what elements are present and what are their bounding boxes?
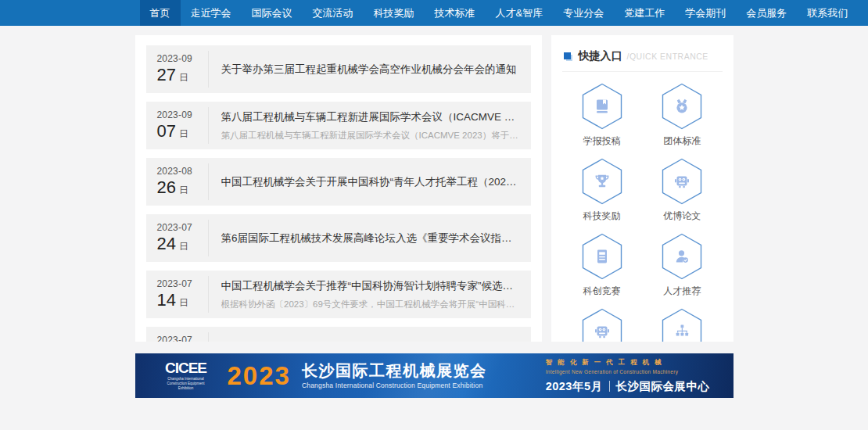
date-badge: 2023-07 24日 [157,220,209,256]
news-title[interactable]: 关于举办第三届工程起重机械学会高空作业机械分会年会的通知 [221,63,520,77]
news-excerpt: 第八届工程机械与车辆工程新进展国际学术会议（ICACMVE 2023）将于202… [221,130,520,142]
hexagon-frame [661,83,703,130]
nav-item-talent-thinktank[interactable]: 人才&智库 [486,0,554,26]
date-badge: 2023-09 27日 [157,51,209,88]
date-day: 24 [157,234,176,254]
robot-icon [673,172,691,191]
banner-title-cn: 长沙国际工程机械展览会 [302,362,487,379]
date-day-suffix: 日 [179,127,188,141]
quick-link-excellent-thesis[interactable]: 优博论文 [642,153,723,228]
top-navbar: 首页 走近学会 国际会议 交流活动 科技奖励 技术标准 人才&智库 专业分会 党… [0,0,868,26]
news-title[interactable]: 中国工程机械学会关于推荐“中国科协海智计划特聘专家”候选人的通知 [221,279,520,293]
divider [609,381,610,392]
main-content: 2023-09 27日 关于举办第三届工程起重机械学会高空作业机械分会年会的通知… [135,35,733,342]
person-check-icon [673,247,691,266]
date-badge: 2023-07 14日 [157,276,209,313]
news-list: 2023-09 27日 关于举办第三届工程起重机械学会高空作业机械分会年会的通知… [135,35,542,342]
news-item[interactable]: 2023-09 27日 关于举办第三届工程起重机械学会高空作业机械分会年会的通知 [146,45,531,93]
date-year-month: 2023-09 [157,109,202,120]
banner-venue: 长沙国际会展中心 [616,379,710,394]
date-day: 27 [157,65,176,85]
quick-entrance-grid: 学报投稿 团体标准 [562,72,723,342]
news-body: 中国工程机械学会关于推荐“中国科协海智计划特聘专家”候选人的通知 根据科协外函〔… [221,279,520,310]
hexagon-frame [581,308,623,342]
news-title[interactable]: 中国工程机械学会关于开展中国科协“青年人才托举工程（2023-2025年度）”候… [221,175,520,189]
quick-link-label: 科技奖励 [583,210,621,223]
banner-right-block: 智能化新一代工程机械 Intelligent New Generation of… [546,358,710,394]
nav-item-international-conference[interactable]: 国际会议 [242,0,303,26]
quick-link-scitech-awards[interactable]: 科技奖励 [562,153,643,228]
square-bullet-icon [564,52,572,61]
banner-slogan-cn: 智能化新一代工程机械 [546,358,710,367]
news-item[interactable]: 2023-09 07日 第八届工程机械与车辆工程新进展国际学术会议（ICACMV… [146,102,531,149]
date-badge: 2023-09 07日 [157,107,209,144]
nav-item-about-society[interactable]: 走近学会 [181,0,242,26]
nav-item-party-building[interactable]: 党建工作 [614,0,675,26]
quick-link-label: 科创竞赛 [583,285,621,298]
sitemap-icon [673,322,691,341]
trophy-icon [593,172,612,191]
news-title[interactable]: 第6届国际工程机械技术发展高峰论坛入选《重要学术会议指南（2023）》 [221,231,520,245]
date-year-month: 2023-07 [157,278,202,289]
news-body: 第八届工程机械与车辆工程新进展国际学术会议（ICACMVE 2023）会议通知 … [221,110,520,142]
cicee-logo: CICEE Changsha International Constructio… [162,360,210,391]
date-day-suffix: 日 [179,296,188,310]
quick-link-talent-recommendation[interactable]: 人才推荐 [642,228,723,303]
news-item[interactable]: 2023-07 14日 中国工程机械学会关于推荐“中国科协海智计划特聘专家”候选… [146,271,531,318]
date-year-month: 2023-08 [157,166,202,177]
hexagon-frame [661,308,703,342]
banner-dateline: 2023年5月 长沙国际会展中心 [546,379,710,394]
quick-entrance-panel: 快捷入口 /QUICK ENTRANCE 学报投稿 [551,35,733,342]
nav-item-exchange-activities[interactable]: 交流活动 [303,0,364,26]
banner-slogan-en: Intelligent New Generation of Constructi… [546,369,710,374]
hexagon-frame [581,83,623,130]
hexagon-frame [581,158,623,205]
date-year-month: 2023-07 [157,222,202,233]
nav-item-professional-branches[interactable]: 专业分会 [553,0,614,26]
date-year-month: 2023-09 [157,53,202,64]
date-day: 14 [157,290,176,310]
date-badge: 2023-08 26日 [157,163,209,200]
quick-link-journal-submission[interactable]: 学报投稿 [562,78,643,153]
quick-link-label: 团体标准 [663,134,701,148]
robot-icon [593,322,612,341]
nav-item-technical-standards[interactable]: 技术标准 [425,0,486,26]
nav-item-society-journals[interactable]: 学会期刊 [675,0,736,26]
news-item[interactable]: 2023-07 24日 第6届国际工程机械技术发展高峰论坛入选《重要学术会议指南… [146,214,531,262]
quick-link-international-conference[interactable]: 国际会议 [562,303,643,342]
form-icon [593,247,612,266]
quick-entrance-header: 快捷入口 /QUICK ENTRANCE [562,43,723,72]
quick-entrance-title: 快捷入口 [579,49,622,63]
nav-item-contact-us[interactable]: 联系我们 [797,0,858,26]
quick-link-professional-branches[interactable]: 专业分会 [642,303,723,342]
exhibition-banner[interactable]: CICEE Changsha International Constructio… [135,353,733,398]
quick-link-label: 学报投稿 [583,134,621,148]
news-item[interactable]: 2023-07 07日 中国工程机械学会关于团体标准《工程机械高原环境 通用技术… [146,327,531,342]
nav-item-membership-services[interactable]: 会员服务 [736,0,797,26]
date-day-suffix: 日 [179,71,188,84]
date-day-suffix: 日 [179,184,188,197]
quick-link-label: 人才推荐 [663,285,701,298]
banner-title-block: 长沙国际工程机械展览会 Changsha International Const… [302,362,487,389]
news-excerpt: 根据科协外函〔2023〕69号文件要求，中国工程机械学会将开展“中国科协海智特聘… [221,299,520,310]
news-body: 第6届国际工程机械技术发展高峰论坛入选《重要学术会议指南（2023）》 [221,231,520,245]
cicee-logo-subtext: Changsha International Construction Equi… [162,377,210,391]
nav-menu: 首页 走近学会 国际会议 交流活动 科技奖励 技术标准 人才&智库 专业分会 党… [135,0,733,26]
cicee-logo-text: CICEE [162,360,210,375]
banner-title-en: Changsha International Construction Equi… [302,382,487,389]
date-badge: 2023-07 07日 [157,332,209,342]
news-title[interactable]: 第八届工程机械与车辆工程新进展国际学术会议（ICACMVE 2023）会议通知 [221,110,520,124]
hexagon-frame [661,158,703,205]
banner-date: 2023年5月 [546,379,603,394]
news-item[interactable]: 2023-08 26日 中国工程机械学会关于开展中国科协“青年人才托举工程（20… [146,158,531,206]
quick-link-group-standards[interactable]: 团体标准 [642,78,723,153]
quick-link-innovation-competition[interactable]: 科创竞赛 [562,228,643,303]
news-body: 中国工程机械学会关于开展中国科协“青年人才托举工程（2023-2025年度）”候… [221,175,520,189]
quick-entrance-subtitle: /QUICK ENTRANCE [627,52,708,61]
nav-item-home[interactable]: 首页 [140,0,181,26]
date-day-suffix: 日 [179,240,188,253]
hexagon-frame [661,233,703,280]
nav-item-scitech-awards[interactable]: 科技奖励 [364,0,425,26]
quick-link-label: 优博论文 [663,210,701,223]
date-year-month: 2023-07 [157,335,202,342]
